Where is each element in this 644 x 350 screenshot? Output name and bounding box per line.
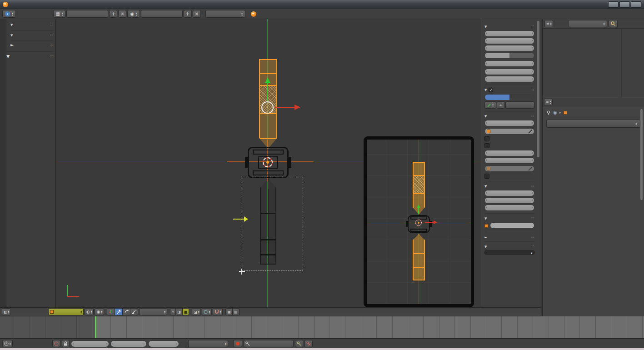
outliner-scope-dropdown[interactable]: ▴▾ xyxy=(568,20,607,27)
editor-type-button[interactable]: ≡▴▾ xyxy=(544,20,553,27)
vertex-select-button[interactable]: ▫ xyxy=(170,308,176,315)
search-button[interactable] xyxy=(609,20,618,27)
mode-dropdown[interactable]: ▴▾ xyxy=(48,308,84,315)
clip-start-field[interactable]: ‹› xyxy=(484,150,534,156)
mean-crease-field[interactable]: ‹› xyxy=(484,76,534,82)
scale-manipulator-button[interactable] xyxy=(130,308,138,315)
cursor-x-field[interactable]: ‹› xyxy=(484,190,534,196)
editor-type-button[interactable]: i▴▾ xyxy=(2,10,16,18)
snap-dropdown[interactable]: ▴▾ xyxy=(213,308,223,315)
gp-object-button[interactable] xyxy=(509,95,534,100)
viewport-shading-dropdown[interactable]: ◐▴▾ xyxy=(85,308,94,315)
translate-manipulator-button[interactable] xyxy=(115,308,123,315)
panel-header-toggle-editmode[interactable]: ▼∷ xyxy=(6,51,53,60)
frame-end-field[interactable]: ‹› xyxy=(110,340,147,347)
viewport-3d[interactable] xyxy=(56,19,481,307)
manipulator-y-arrow[interactable] xyxy=(267,83,268,101)
add-layout-button[interactable]: + xyxy=(109,10,117,18)
scene-selector[interactable] xyxy=(141,10,183,18)
occlude-geometry-button[interactable]: ◪▴▾ xyxy=(192,308,201,315)
item-name-field[interactable] xyxy=(490,222,534,229)
preview-clock-icon xyxy=(54,341,59,346)
delete-keyframe-button[interactable] xyxy=(305,340,313,347)
delete-scene-button[interactable]: × xyxy=(193,10,201,18)
global-button[interactable] xyxy=(485,53,509,58)
add-scene-button[interactable]: + xyxy=(184,10,192,18)
timeline-playhead[interactable] xyxy=(95,316,96,339)
lock-object-picker[interactable] xyxy=(484,128,534,135)
opengl-render-image-button[interactable]: ▣ xyxy=(225,308,233,315)
sync-mode-dropdown[interactable]: ▴▾ xyxy=(188,340,228,347)
screen-layout-selector[interactable] xyxy=(66,10,108,18)
lock-to-cursor-checkbox[interactable] xyxy=(484,136,489,141)
insert-keyframe-button[interactable] xyxy=(295,340,303,347)
cursor-y-field[interactable]: ‹› xyxy=(484,197,534,204)
lock-time-button[interactable] xyxy=(62,340,70,347)
gp-scene-button[interactable] xyxy=(485,95,509,100)
panel-header-weight-tools[interactable]: ►∷ xyxy=(10,40,53,49)
panel-header-transform[interactable]: ▼∷ xyxy=(10,23,53,27)
cursor-z-field[interactable]: ‹› xyxy=(484,205,534,211)
frame-start-field[interactable]: ‹› xyxy=(71,340,109,347)
close-button[interactable] xyxy=(631,1,641,8)
auto-keyframe-button[interactable] xyxy=(233,340,242,347)
clip-end-field[interactable]: ‹› xyxy=(484,157,534,164)
editor-type-button[interactable]: ◧▴▾ xyxy=(2,308,11,315)
np-header-view[interactable]: ▼∷ xyxy=(484,114,534,118)
properties-scrollbar[interactable] xyxy=(640,109,643,200)
lock-camera-checkbox[interactable] xyxy=(484,143,489,148)
editor-type-button[interactable]: ▴▾ xyxy=(2,340,13,347)
solar-panel-lower-unselected[interactable] xyxy=(260,179,276,265)
np-header-grease-pencil[interactable]: ▼✓∷ xyxy=(484,88,534,92)
render-border-row[interactable] xyxy=(484,174,534,179)
grease-pencil-checkbox[interactable]: ✓ xyxy=(489,88,493,92)
edge-bevel-weight-field[interactable]: ‹› xyxy=(484,69,534,75)
keying-set-field[interactable] xyxy=(244,340,294,347)
np-header-transform[interactable]: ▼∷ xyxy=(484,25,534,29)
np-header-shading[interactable]: ▼∷ xyxy=(484,245,534,249)
gp-add-button[interactable]: + xyxy=(497,101,505,109)
vertex-bevel-weight-field[interactable]: ‹› xyxy=(484,60,534,67)
n-panel-scrollbar[interactable] xyxy=(537,21,539,157)
opengl-render-animation-button[interactable]: ▤ xyxy=(233,308,240,315)
scene-icon-button[interactable]: ◉▴▾ xyxy=(127,10,140,18)
delete-layout-button[interactable]: × xyxy=(118,10,126,18)
manipulator-x-arrow[interactable] xyxy=(275,107,295,108)
use-preview-range-button[interactable] xyxy=(52,340,60,347)
local-button[interactable] xyxy=(509,53,534,58)
rotate-manipulator-button[interactable] xyxy=(123,308,130,315)
local-camera-picker[interactable] xyxy=(484,165,534,172)
gp-draw-dropdown[interactable]: ▴▾ xyxy=(484,101,496,109)
screen-layout-icon-button[interactable]: ▦▴▾ xyxy=(53,10,66,18)
median-x-field[interactable]: ‹› xyxy=(484,30,534,37)
np-header-item[interactable]: ▼∷ xyxy=(484,216,534,220)
median-z-field[interactable]: ‹› xyxy=(484,45,534,51)
minimize-button[interactable] xyxy=(608,1,619,8)
gp-new-button[interactable] xyxy=(505,101,534,109)
transform-orientation-dropdown[interactable]: ▴▾ xyxy=(139,308,167,315)
editor-type-button[interactable]: ≡▴▾ xyxy=(544,99,553,106)
maximize-button[interactable] xyxy=(619,1,630,8)
render-engine-selector[interactable]: ▴▾ xyxy=(205,10,245,18)
proportional-edit-dropdown[interactable]: ▴▾ xyxy=(202,308,212,315)
panel-header-mesh-tools[interactable]: ▼∷ xyxy=(10,30,53,37)
shading-mode-dropdown[interactable]: ▴ xyxy=(484,250,534,255)
add-modifier-dropdown[interactable]: ▴▾ xyxy=(546,120,640,128)
median-y-field[interactable]: ‹› xyxy=(484,38,534,44)
timeline-ruler[interactable] xyxy=(0,316,644,339)
lock-to-cursor-row[interactable] xyxy=(484,136,534,141)
proportional-circle-icon xyxy=(204,310,208,314)
pivot-center-dropdown[interactable]: ◉▴▾ xyxy=(95,308,104,315)
np-header-3d-cursor[interactable]: ▼∷ xyxy=(484,184,534,188)
manipulator-free-handle[interactable] xyxy=(261,101,274,114)
manipulator-toggle-button[interactable] xyxy=(107,308,115,315)
lens-field[interactable]: ‹› xyxy=(484,120,534,126)
current-frame-field[interactable]: › xyxy=(148,340,179,347)
edge-select-button[interactable]: ◨ xyxy=(176,308,183,315)
face-select-button[interactable]: ■ xyxy=(183,308,190,315)
lock-camera-row[interactable] xyxy=(484,143,534,148)
eyedropper-icon xyxy=(528,130,532,134)
render-border-checkbox[interactable] xyxy=(484,174,489,179)
properties-editor: ≡▴▾ ◉ ▸ ▴▾ xyxy=(542,97,644,316)
np-header-display[interactable]: ►∷ xyxy=(484,235,534,239)
